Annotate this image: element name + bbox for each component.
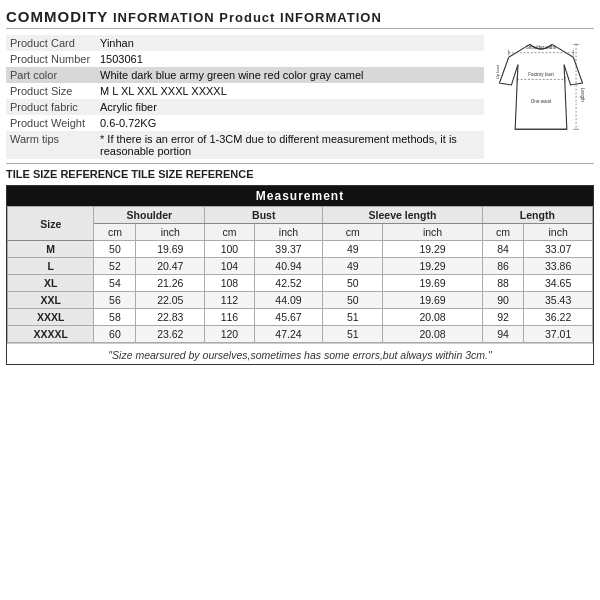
info-value: * If there is an error of 1-3CM due to d… [96,131,484,159]
info-row: Product Weight0.6-0.72KG [6,115,484,131]
info-value: 0.6-0.72KG [96,115,484,131]
length-cm: cm [482,224,524,241]
info-row: Warm tips* If there is an error of 1-3CM… [6,131,484,159]
tile-reference: TILE SIZE REFERENCE TILE SIZE REFERENCE [6,163,594,183]
bust-inch-val: 42.52 [254,275,323,292]
info-value: 1503061 [96,51,484,67]
length-cm-val: 94 [482,326,524,343]
svg-text:Length: Length [580,88,585,103]
measurement-header: Measurement [7,186,593,206]
table-row: XXXXL 60 23.62 120 47.24 51 20.08 94 37.… [8,326,593,343]
bust-cm-val: 104 [205,258,254,275]
info-value: Yinhan [96,35,484,51]
sleeve-cm-val: 49 [323,258,383,275]
info-row: Product CardYinhan [6,35,484,51]
sleeve-cm-val: 50 [323,292,383,309]
length-inch: inch [524,224,593,241]
length-cm-val: 88 [482,275,524,292]
shoulder-cm-val: 58 [94,309,136,326]
shoulder-inch-val: 22.83 [136,309,205,326]
info-value: White dark blue army green wine red colo… [96,67,484,83]
bust-cm: cm [205,224,254,241]
info-row: Part colorWhite dark blue army green win… [6,67,484,83]
bust-inch-val: 39.37 [254,241,323,258]
sleeve-inch-val: 19.29 [383,241,482,258]
sleeve-inch-val: 19.69 [383,292,482,309]
sleeve-inch: inch [383,224,482,241]
page-wrapper: COMMODITY INFORMATION Product INFORMATIO… [0,0,600,373]
length-header: Length [482,207,592,224]
bust-inch: inch [254,224,323,241]
shoulder-inch-val: 20.47 [136,258,205,275]
table-row: XL 54 21.26 108 42.52 50 19.69 88 34.65 [8,275,593,292]
length-cm-val: 84 [482,241,524,258]
size-cell: XXXL [8,309,94,326]
shoulder-cm: cm [94,224,136,241]
shoulder-cm-val: 52 [94,258,136,275]
commodity-subtitle: INFORMATION Product INFORMATION [108,10,381,25]
svg-text:Up bust: Up bust [495,64,500,79]
table-row: XXXL 58 22.83 116 45.67 51 20.08 92 36.2… [8,309,593,326]
bust-cm-val: 100 [205,241,254,258]
length-cm-val: 90 [482,292,524,309]
info-label: Warm tips [6,131,96,159]
garment-diagram: Shoulder width Factory bust Length Up bu… [484,35,594,159]
info-label: Product fabric [6,99,96,115]
shoulder-inch-val: 19.69 [136,241,205,258]
measurement-table-wrapper: Measurement Size Shoulder Bust Sleeve le… [6,185,594,365]
length-inch-val: 37.01 [524,326,593,343]
info-row: Product Number1503061 [6,51,484,67]
info-label: Product Weight [6,115,96,131]
info-label: Product Card [6,35,96,51]
shoulder-cm-val: 54 [94,275,136,292]
info-value: Acrylic fiber [96,99,484,115]
table-row: M 50 19.69 100 39.37 49 19.29 84 33.07 [8,241,593,258]
shoulder-header: Shoulder [94,207,205,224]
bust-inch-val: 47.24 [254,326,323,343]
sleeve-inch-val: 19.69 [383,275,482,292]
info-table: Product CardYinhanProduct Number1503061P… [6,35,484,159]
shoulder-inch-val: 21.26 [136,275,205,292]
svg-text:Factory bust: Factory bust [528,72,554,77]
info-label: Product Size [6,83,96,99]
shoulder-cm-val: 56 [94,292,136,309]
info-row: Product fabricAcrylic fiber [6,99,484,115]
length-cm-val: 92 [482,309,524,326]
table-row: L 52 20.47 104 40.94 49 19.29 86 33.86 [8,258,593,275]
bust-cm-val: 120 [205,326,254,343]
sleeve-header: Sleeve length [323,207,482,224]
size-cell: XXL [8,292,94,309]
sleeve-inch-val: 19.29 [383,258,482,275]
bust-cm-val: 108 [205,275,254,292]
sleeve-inch-val: 20.08 [383,309,482,326]
bust-inch-val: 40.94 [254,258,323,275]
sleeve-cm-val: 50 [323,275,383,292]
shoulder-inch: inch [136,224,205,241]
sleeve-cm-val: 49 [323,241,383,258]
size-cell: L [8,258,94,275]
bust-inch-val: 45.67 [254,309,323,326]
size-cell: XL [8,275,94,292]
info-label: Part color [6,67,96,83]
sleeve-inch-val: 20.08 [383,326,482,343]
shoulder-inch-val: 23.62 [136,326,205,343]
info-value: M L XL XXL XXXL XXXXL [96,83,484,99]
length-inch-val: 33.86 [524,258,593,275]
footer-note: "Size mearsured by ourselves,sometimes h… [7,343,593,364]
shoulder-cm-val: 50 [94,241,136,258]
sleeve-cm-val: 51 [323,326,383,343]
shoulder-cm-val: 60 [94,326,136,343]
measurement-table: Size Shoulder Bust Sleeve length Length … [7,206,593,343]
length-inch-val: 33.07 [524,241,593,258]
commodity-label: COMMODITY [6,8,108,25]
table-row: XXL 56 22.05 112 44.09 50 19.69 90 35.43 [8,292,593,309]
length-inch-val: 35.43 [524,292,593,309]
shoulder-inch-val: 22.05 [136,292,205,309]
length-inch-val: 36.22 [524,309,593,326]
sleeve-cm-val: 51 [323,309,383,326]
info-label: Product Number [6,51,96,67]
size-cell: XXXXL [8,326,94,343]
size-cell: M [8,241,94,258]
sleeve-cm: cm [323,224,383,241]
length-inch-val: 34.65 [524,275,593,292]
